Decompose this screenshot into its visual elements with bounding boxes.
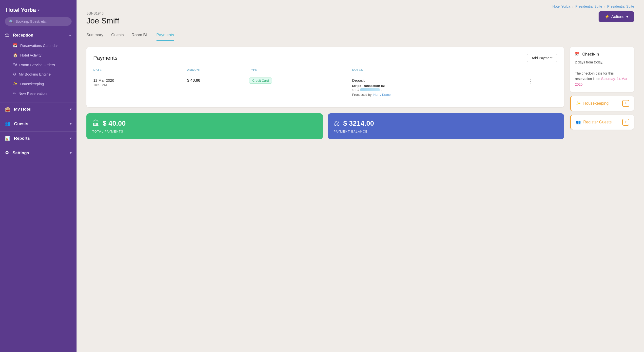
reports-icon: 📊 [5,136,10,141]
payment-row: 12 Mar 2020 10:42 AM $ 40.00 Credit Card… [93,74,557,101]
payment-balance-label: PAYMENT BALANCE [334,130,558,133]
total-payments-amount: $ 40.00 [103,120,126,127]
reception-icon: 🛎 [5,32,10,38]
scales-icon: ⚖ [334,119,340,127]
checkin-body: 2 days from today. The check-in date for… [575,60,629,87]
payments-table: DATE AMOUNT TYPE NOTES 12 Mar 2020 10:42… [93,68,557,100]
tab-guests[interactable]: Guests [111,30,124,41]
payment-balance-card: ⚖ $ 3214.00 PAYMENT BALANCE [328,113,564,139]
breadcrumb-hotel[interactable]: Hotel Yorba [552,4,570,8]
sidebar-item-hotel-activity[interactable]: 🏠 Hotel Activity [0,50,76,60]
stripe-blur [360,88,380,91]
checkin-description: The check-in date for this reservation i… [575,70,629,87]
payments-title: Payments [93,55,118,61]
search-input[interactable] [16,20,68,24]
sidebar-item-reservations-calendar[interactable]: 📅 Reservations Calendar [0,41,76,50]
col-date: DATE [93,68,187,74]
sidebar-item-booking-engine[interactable]: ⚙ My Booking Engine [0,69,76,79]
row-more-button[interactable]: ⋮ [526,78,533,84]
reports-label: Reports [14,136,30,141]
guests-section-icon: 👥 [5,121,10,126]
search-bar[interactable]: 🔍 [5,17,72,26]
divider-1 [0,102,76,102]
my-hotel-section: 🏨 My Hotel ▾ [0,104,76,115]
divider-3 [0,131,76,132]
sidebar-item-housekeeping[interactable]: ✨ Housekeeping [0,79,76,88]
hotel-activity-label: Hotel Activity [20,53,42,57]
actions-button[interactable]: ⚡ Actions ▾ [598,11,634,22]
credit-card-badge: Credit Card [249,78,272,84]
reception-label: Reception [13,33,33,38]
lightning-icon: ⚡ [604,14,610,19]
reception-section: 🛎 Reception ▲ 📅 Reservations Calendar 🏠 … [0,30,76,100]
my-hotel-section-header[interactable]: 🏨 My Hotel ▾ [0,104,76,115]
calendar-icon: 📅 [13,43,18,48]
col-notes: NOTES [352,68,526,74]
register-guests-action-card: 👥 Register Guests + [570,115,634,130]
col-amount: AMOUNT [187,68,249,74]
guests-caret: ▾ [70,122,72,126]
guest-name: Joe Smiff [86,16,119,26]
total-payments-card: 🏛 $ 40.00 TOTAL PAYMENTS [86,113,323,139]
payment-date-cell: 12 Mar 2020 10:42 AM [93,74,187,101]
breadcrumb-suite2[interactable]: Presidential Suite [607,4,634,8]
booking-info: BBNB1946 Joe Smiff [86,11,119,26]
new-reservation-label: New Reservation [18,91,47,96]
reports-section-header[interactable]: 📊 Reports ▾ [0,132,76,144]
payment-type-cell: Credit Card [249,74,352,101]
hotel-name-header[interactable]: Hotel Yorba ▾ [0,0,76,17]
register-guests-icon: 👥 [576,120,581,124]
my-hotel-label: My Hotel [14,107,32,112]
sidebar-item-new-reservation[interactable]: ✏ New Reservation [0,88,76,98]
room-service-icon: 🍽 [13,62,17,67]
my-hotel-caret: ▾ [70,108,72,111]
payment-date: 12 Mar 2020 [93,78,187,82]
checkin-title: 📅 Check-in [575,52,629,56]
room-service-label: Room Service Orders [19,63,55,67]
guests-section-header[interactable]: 👥 Guests ▾ [0,118,76,129]
tab-payments[interactable]: Payments [156,30,174,41]
stripe-label: Stripe Transaction ID: [352,84,526,88]
notes-deposit: Deposit [352,78,526,82]
housekeeping-icon: ✨ [13,82,18,86]
register-guests-plus-button[interactable]: + [622,119,629,126]
booking-id: BBNB1946 [86,11,119,15]
payment-time: 10:42 AM [93,83,187,87]
reception-section-header[interactable]: 🛎 Reception ▲ [0,30,76,41]
hotel-name-caret: ▾ [38,8,40,12]
sidebar-item-room-service[interactable]: 🍽 Room Service Orders [0,60,76,69]
checkin-subtitle: 2 days from today. [575,60,629,65]
settings-section: ⚙ Settings ▾ [0,147,76,158]
breadcrumb-sep-2: › [604,4,605,8]
add-payment-button[interactable]: Add Payment [527,54,557,62]
search-icon: 🔍 [9,19,14,24]
housekeeping-plus-button[interactable]: + [622,100,629,107]
settings-label: Settings [12,150,29,155]
page-header: BBNB1946 Joe Smiff ⚡ Actions ▾ [76,8,644,26]
processor-link[interactable]: Harry Krane [373,93,390,96]
my-hotel-icon: 🏨 [5,107,10,112]
payment-balance-amount: $ 3214.00 [343,120,374,127]
breadcrumb: Hotel Yorba › Presidential Suite › Presi… [76,0,644,8]
reception-caret: ▲ [68,33,72,37]
tab-room-bill[interactable]: Room Bill [132,30,148,41]
divider-2 [0,117,76,117]
payment-amount-cell: $ 40.00 [187,74,249,101]
housekeeping-label: Housekeeping [20,82,44,86]
tab-summary[interactable]: Summary [86,30,103,41]
reports-caret: ▾ [70,136,72,140]
hotel-name-label: Hotel Yorba [6,7,36,13]
reports-section: 📊 Reports ▾ [0,132,76,144]
settings-icon: ⚙ [5,150,9,155]
main-panel: Payments Add Payment DATE AMOUNT TYPE NO… [86,47,564,346]
divider-4 [0,146,76,146]
breadcrumb-suite1[interactable]: Presidential Suite [576,4,602,8]
reservations-calendar-label: Reservations Calendar [20,44,58,48]
payments-card-header: Payments Add Payment [93,54,557,62]
payments-card: Payments Add Payment DATE AMOUNT TYPE NO… [86,47,564,108]
bank-icon: 🏛 [92,119,99,127]
settings-caret: ▾ [70,151,72,155]
col-type: TYPE [249,68,352,74]
settings-section-header[interactable]: ⚙ Settings ▾ [0,147,76,158]
hotel-activity-icon: 🏠 [13,53,18,58]
